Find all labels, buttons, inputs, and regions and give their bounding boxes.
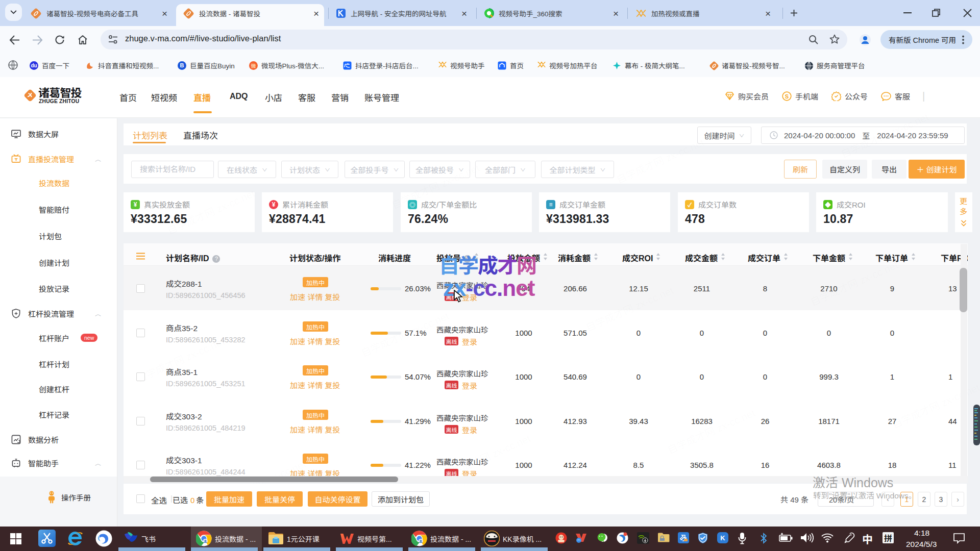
- svg-text:S: S: [785, 93, 789, 99]
